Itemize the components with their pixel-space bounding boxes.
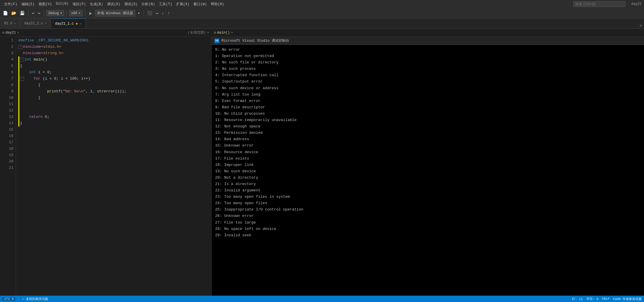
- separator-3: [66, 10, 67, 16]
- step-into-icon[interactable]: ↓: [160, 10, 165, 16]
- new-file-icon[interactable]: 📄: [2, 10, 9, 16]
- tab-label: 01.h: [4, 21, 12, 25]
- line-number: 16: [0, 133, 13, 139]
- modified-bar: [18, 95, 19, 101]
- tab-day21_1.c[interactable]: day21_1.c●✕: [51, 19, 86, 28]
- modified-bar: [18, 101, 19, 107]
- menu-item[interactable]: 测试(S): [123, 1, 139, 7]
- code-line[interactable]: #include<string.h>: [18, 50, 211, 56]
- console-line: 29: Invalid seek: [215, 232, 641, 239]
- brand-label: CSDN 作者参加优惠: [613, 297, 642, 301]
- code-line[interactable]: }: [18, 120, 211, 127]
- menu-item[interactable]: 分析(N): [140, 1, 157, 7]
- code-line[interactable]: [18, 158, 211, 165]
- tab-close-icon[interactable]: ✕: [45, 22, 47, 25]
- save-icon[interactable]: 💾: [19, 10, 26, 16]
- code-line[interactable]: − for (i = 0; i < 100; i++): [18, 76, 211, 82]
- code-line[interactable]: int i = 0;: [18, 69, 211, 76]
- code-line[interactable]: [18, 152, 211, 158]
- code-line[interactable]: }: [18, 95, 211, 101]
- line-col-label: 行: 11: [572, 297, 583, 301]
- redo-icon[interactable]: ↪: [37, 10, 41, 16]
- menu-item[interactable]: 编辑(E): [20, 1, 37, 7]
- code-line[interactable]: {: [18, 82, 211, 88]
- menu-item[interactable]: 调试(D): [105, 1, 122, 7]
- console-line: 16: Resource device: [215, 149, 641, 155]
- menu-item[interactable]: 帮助(H): [209, 1, 226, 7]
- code-line[interactable]: [18, 139, 211, 146]
- modified-bar: [18, 76, 19, 82]
- tab-01.h[interactable]: 01.h✕: [0, 19, 20, 28]
- function-dropdown-arrow[interactable]: ▾: [231, 30, 233, 35]
- code-line[interactable]: [18, 146, 211, 152]
- code-line[interactable]: [18, 127, 211, 133]
- separator-2: [44, 10, 44, 16]
- line-number: 2: [0, 44, 13, 50]
- code-line[interactable]: #define _CRT_SECURE_NO_WARNINGS: [18, 37, 211, 44]
- chevron-down-icon-run[interactable]: ▾: [136, 10, 141, 16]
- line-number: 8: [0, 82, 13, 88]
- code-line[interactable]: printf("%d: %s\n", i, strerror(i));: [18, 88, 211, 95]
- line-number: 14: [0, 120, 13, 127]
- chevron-down-icon-2: ▾: [79, 11, 81, 15]
- open-file-icon[interactable]: 📂: [10, 10, 17, 16]
- menu-item[interactable]: 生成(B): [88, 1, 105, 7]
- menu-item[interactable]: 文件(F): [2, 1, 19, 7]
- code-area[interactable]: 123456789101112131415161718192021 #defin…: [0, 37, 211, 296]
- code-line[interactable]: [18, 101, 211, 107]
- collapse-icon[interactable]: −: [18, 45, 22, 49]
- code-line[interactable]: [18, 165, 211, 171]
- tab-close-icon[interactable]: ✕: [14, 22, 16, 25]
- console-line: 18: Improper link: [215, 162, 641, 168]
- function-label: main(): [217, 31, 230, 35]
- modified-bar: [18, 114, 19, 120]
- menu-item[interactable]: 扩展(X): [175, 1, 191, 7]
- tab-close-icon[interactable]: ✕: [80, 22, 81, 25]
- function-icon: ◇: [214, 30, 216, 35]
- scope-dropdown-arrow[interactable]: ▾: [207, 30, 209, 35]
- menu-item[interactable]: 视图(V): [37, 1, 54, 7]
- tab-day21_2.c[interactable]: day21_2.c✕: [20, 19, 51, 28]
- console-line: 11: Resource temporarily unavailable: [215, 117, 641, 123]
- code-line[interactable]: [18, 133, 211, 139]
- step-out-icon[interactable]: ↑: [166, 10, 171, 16]
- undo-icon[interactable]: ↩: [31, 10, 35, 16]
- line-number: 15: [0, 127, 13, 133]
- scope-right: ◇ main() ▾: [212, 30, 644, 35]
- menu-item[interactable]: 工具(T): [157, 1, 174, 7]
- char-info-label: 字符: 5: [586, 297, 598, 301]
- tab-bar: 01.h✕day21_2.c✕day21_1.c●✕ ✕: [0, 19, 644, 29]
- modified-dot: ●: [76, 21, 78, 26]
- code-line[interactable]: return 0;: [18, 114, 211, 120]
- code-content[interactable]: #define _CRT_SECURE_NO_WARNINGS−#include…: [16, 37, 211, 296]
- console-output[interactable]: 0: No error1: Operation not permitted2: …: [212, 45, 644, 296]
- scope-arrow: ▾: [17, 30, 19, 35]
- platform-dropdown[interactable]: x86 ▾: [69, 10, 83, 16]
- console-line: 0: No error: [215, 47, 641, 53]
- line-numbers: 123456789101112131415161718192021: [0, 37, 16, 296]
- breakpoint-icon[interactable]: ⬛: [146, 10, 153, 16]
- console-line: 10: No child processes: [215, 111, 641, 117]
- collapse-icon[interactable]: −: [20, 58, 24, 62]
- code-line[interactable]: −int main(): [18, 56, 211, 63]
- menu-item[interactable]: 项目(P): [71, 1, 88, 7]
- code-line[interactable]: −#include<stdio.h>: [18, 44, 211, 50]
- separator-1: [28, 10, 28, 16]
- code-line[interactable]: {: [18, 63, 211, 69]
- menu-item[interactable]: Git(G): [54, 1, 70, 7]
- line-number: 11: [0, 101, 13, 107]
- menu-item[interactable]: 窗口(W): [192, 1, 208, 7]
- play-button[interactable]: ▶: [88, 10, 94, 17]
- collapse-icon[interactable]: −: [20, 77, 24, 81]
- console-line: 7: Arg list too long: [215, 91, 641, 98]
- step-over-icon[interactable]: ⟶: [155, 10, 159, 16]
- tab-label: day21_2.c: [24, 21, 43, 25]
- run-config-label[interactable]: 本地 Windows 调试器: [95, 10, 135, 17]
- platform-label: x86: [71, 11, 77, 15]
- debug-config-dropdown[interactable]: Debug ▾: [46, 10, 64, 16]
- search-input[interactable]: [573, 1, 625, 7]
- line-number: 7: [0, 76, 13, 82]
- code-line[interactable]: [18, 107, 211, 114]
- close-panel-icon[interactable]: ✕: [639, 23, 642, 28]
- line-number: 21: [0, 165, 13, 171]
